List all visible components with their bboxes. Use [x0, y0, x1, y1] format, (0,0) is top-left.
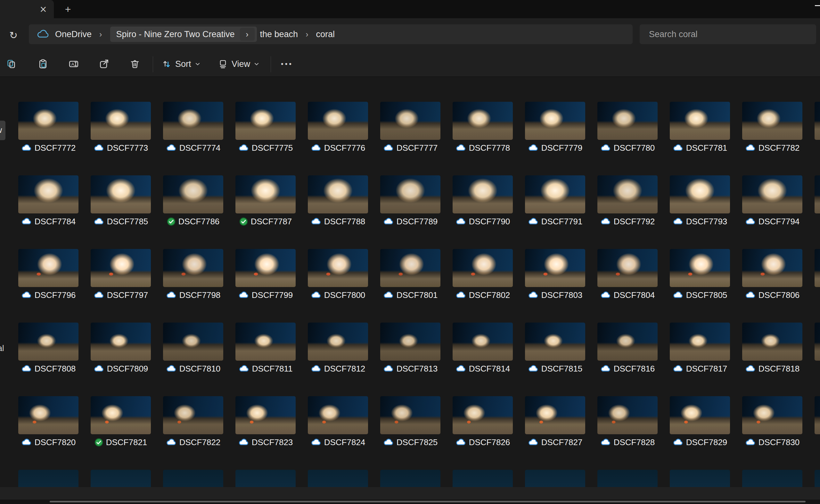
breadcrumb-item[interactable]: coral	[315, 29, 336, 39]
minimize-icon[interactable]	[815, 5, 820, 6]
active-tab[interactable]: ×	[0, 0, 54, 18]
file-item[interactable]	[91, 470, 151, 487]
new-tab-button[interactable]: +	[61, 3, 74, 16]
file-item[interactable]: DSCF7785	[91, 175, 151, 249]
file-item[interactable]	[742, 470, 802, 487]
file-item[interactable]: DSCF7796	[18, 249, 78, 323]
file-label: DSCF7779	[525, 142, 585, 154]
file-item[interactable]: DSCF7774	[163, 102, 223, 175]
refresh-icon[interactable]: ↻	[8, 29, 19, 42]
breadcrumb-item-highlighted[interactable]: Spiro - Nine Zero Two Creative›	[110, 27, 257, 42]
file-item[interactable]	[815, 175, 820, 249]
file-item[interactable]	[597, 470, 658, 487]
file-item[interactable]: DSCF7809	[91, 323, 151, 396]
file-item[interactable]: DSCF7817	[670, 323, 730, 396]
horizontal-scrollbar[interactable]	[50, 501, 806, 502]
file-item[interactable]: DSCF7804	[597, 249, 658, 323]
breadcrumb-item[interactable]: OneDrive	[54, 29, 93, 39]
file-item[interactable]: DSCF7828	[597, 396, 658, 470]
file-item[interactable]	[815, 249, 820, 323]
paste-button[interactable]	[35, 56, 51, 72]
breadcrumb-item[interactable]: the beach	[259, 29, 300, 39]
file-item[interactable]: DSCF7806	[742, 249, 802, 323]
file-item[interactable]	[815, 470, 820, 487]
view-button[interactable]: View	[215, 56, 262, 72]
file-item[interactable]: DSCF7779	[525, 102, 585, 175]
file-item[interactable]: DSCF7818	[742, 323, 802, 396]
file-item[interactable]	[815, 396, 820, 470]
file-item[interactable]: DSCF7778	[453, 102, 513, 175]
file-item[interactable]	[525, 470, 585, 487]
rename-button[interactable]: A	[66, 56, 81, 72]
file-item[interactable]: DSCF7791	[525, 175, 585, 249]
file-item[interactable]: DSCF7772	[18, 102, 78, 175]
file-item[interactable]: DSCF7786	[163, 175, 223, 249]
file-item[interactable]: DSCF7815	[525, 323, 585, 396]
file-item[interactable]: DSCF7822	[163, 396, 223, 470]
file-item[interactable]: DSCF7829	[670, 396, 730, 470]
file-item[interactable]: DSCF7792	[597, 175, 658, 249]
file-item[interactable]: DSCF7782	[742, 102, 802, 175]
file-item[interactable]: DSCF7821	[91, 396, 151, 470]
file-item[interactable]: DSCF7812	[308, 323, 368, 396]
file-item[interactable]: DSCF7811	[236, 323, 296, 396]
file-item[interactable]: DSCF7798	[163, 249, 223, 323]
file-grid: DSCF7772 DSCF7773	[0, 77, 820, 487]
file-item[interactable]: DSCF7788	[308, 175, 368, 249]
file-item[interactable]: DSCF7808	[18, 323, 78, 396]
file-item[interactable]: DSCF7797	[91, 249, 151, 323]
file-item[interactable]: DSCF7820	[18, 396, 78, 470]
file-item[interactable]: DSCF7781	[670, 102, 730, 175]
file-item[interactable]: DSCF7780	[597, 102, 658, 175]
delete-button[interactable]	[127, 56, 142, 72]
file-item[interactable]: DSCF7789	[380, 175, 440, 249]
file-item[interactable]: DSCF7790	[453, 175, 513, 249]
file-item[interactable]	[815, 323, 820, 396]
file-item[interactable]: DSCF7805	[670, 249, 730, 323]
search-input[interactable]	[640, 24, 816, 44]
file-item[interactable]	[163, 470, 223, 487]
file-item[interactable]: DSCF7784	[18, 175, 78, 249]
nav-pane-fragment[interactable]: w	[0, 121, 5, 140]
file-item[interactable]: DSCF7799	[236, 249, 296, 323]
file-item[interactable]: DSCF7810	[163, 323, 223, 396]
file-item[interactable]: DSCF7777	[380, 102, 440, 175]
file-item[interactable]: DSCF7800	[308, 249, 368, 323]
file-item[interactable]: DSCF7773	[91, 102, 151, 175]
file-item[interactable]: DSCF7802	[453, 249, 513, 323]
file-item[interactable]: DSCF7803	[525, 249, 585, 323]
file-item[interactable]: DSCF7826	[453, 396, 513, 470]
sort-button[interactable]: Sort	[159, 56, 203, 72]
file-item[interactable]	[453, 470, 513, 487]
file-item[interactable]: DSCF7824	[308, 396, 368, 470]
file-item[interactable]: DSCF7776	[308, 102, 368, 175]
file-item[interactable]: DSCF7814	[453, 323, 513, 396]
file-item[interactable]	[308, 470, 368, 487]
file-item[interactable]: DSCF7816	[597, 323, 658, 396]
file-item[interactable]: DSCF7801	[380, 249, 440, 323]
file-item[interactable]: DSCF7830	[742, 396, 802, 470]
file-thumbnail	[453, 470, 513, 487]
file-item[interactable]: DSCF7793	[670, 175, 730, 249]
file-item[interactable]: DSCF7813	[380, 323, 440, 396]
share-button[interactable]	[96, 56, 112, 72]
file-thumbnail	[453, 102, 513, 140]
onedrive-cloud-status-icon	[528, 365, 538, 372]
file-item[interactable]	[815, 102, 820, 175]
file-thumbnail	[236, 175, 296, 213]
file-item[interactable]: DSCF7823	[236, 396, 296, 470]
more-options-icon[interactable]: •••	[278, 56, 296, 72]
file-item[interactable]	[380, 470, 440, 487]
breadcrumb-chevron-button[interactable]: ›	[240, 28, 255, 41]
file-item[interactable]	[18, 470, 78, 487]
nav-pane-fragment[interactable]: al	[0, 344, 5, 354]
file-item[interactable]: DSCF7775	[236, 102, 296, 175]
file-item[interactable]	[670, 470, 730, 487]
file-item[interactable]: DSCF7827	[525, 396, 585, 470]
file-item[interactable]	[236, 470, 296, 487]
copy-button[interactable]	[4, 56, 19, 72]
file-item[interactable]: DSCF7787	[236, 175, 296, 249]
close-tab-icon[interactable]: ×	[37, 3, 49, 15]
file-item[interactable]: DSCF7825	[380, 396, 440, 470]
file-item[interactable]: DSCF7794	[742, 175, 802, 249]
